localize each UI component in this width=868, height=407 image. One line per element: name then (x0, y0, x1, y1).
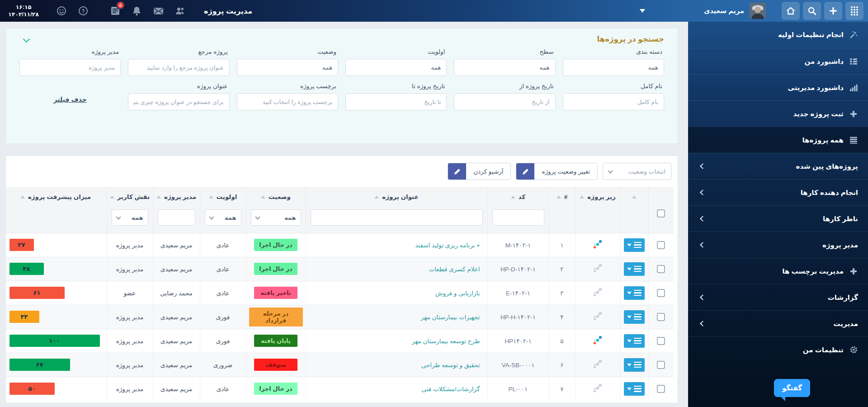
col-header-num[interactable]: # (549, 187, 575, 207)
collapse-chevron-icon[interactable] (23, 36, 30, 43)
row-checkbox[interactable] (657, 361, 665, 369)
change-status-button[interactable]: تغییر وضعیت پروژه (516, 163, 598, 180)
filter-input-پروژه مرجع[interactable] (128, 59, 229, 76)
search-button[interactable] (803, 2, 821, 20)
sidebar-item-10[interactable]: گزارشات (688, 284, 868, 310)
help-icon[interactable]: ? (77, 5, 89, 17)
col-header-priority[interactable]: اولویت (200, 187, 246, 207)
sub-project-icon[interactable] (593, 244, 603, 251)
mail-icon[interactable] (153, 5, 165, 17)
column-filter-input[interactable] (492, 209, 544, 226)
row-checkbox[interactable] (657, 289, 665, 297)
clear-filter-link[interactable]: حذف فیلتر (54, 96, 87, 103)
row-checkbox[interactable] (657, 241, 665, 249)
sidebar-item-2[interactable]: داشبورد مدیریتی (688, 74, 868, 100)
sub-project-icon[interactable] (593, 340, 603, 346)
smiley-icon[interactable] (56, 5, 67, 17)
sub-project-icon[interactable] (593, 364, 603, 370)
row-checkbox[interactable] (657, 265, 665, 273)
chevron-down-icon[interactable] (640, 9, 645, 13)
row-actions-button[interactable] (624, 262, 645, 276)
row-actions-button[interactable] (624, 382, 645, 396)
filter-select-دسته بندی[interactable]: همه (563, 59, 664, 76)
sidebar-item-5[interactable]: پروژه‌های پین شده (688, 153, 868, 179)
bell-icon[interactable] (131, 5, 143, 17)
col-header-manager[interactable]: مدیر پروژه (153, 187, 200, 207)
users-icon[interactable] (175, 5, 186, 17)
filter-select-اولویت[interactable]: همه (345, 59, 447, 76)
chat-button[interactable]: گفتگو (774, 379, 810, 397)
filter-input-نام کامل[interactable] (563, 93, 664, 110)
col-header-role[interactable]: نقش کاربر (107, 187, 153, 207)
sub-project-icon[interactable] (593, 292, 603, 298)
project-title-link[interactable]: اعلام کسری قطعات (429, 266, 480, 273)
project-title-link[interactable]: ٭ برنامه ریزی تولید اسفند (415, 242, 480, 249)
filter-input-تاریخ پروژه از[interactable] (454, 93, 555, 110)
row-actions-button[interactable] (624, 238, 645, 252)
cell-manager: مریم سعیدی (153, 377, 200, 401)
col-header-title[interactable]: عنوان پروژه (306, 187, 487, 207)
col-filter-title[interactable] (306, 207, 487, 233)
home-button[interactable] (782, 2, 800, 20)
column-filter-select[interactable]: همه (112, 209, 148, 226)
col-header-sub[interactable]: زیر پروژه (575, 187, 620, 207)
select-all-checkbox[interactable] (657, 209, 665, 218)
column-filter-select[interactable]: همه (205, 209, 241, 226)
sub-project-icon[interactable] (593, 388, 603, 394)
col-filter-role[interactable]: همه (107, 207, 153, 233)
row-actions-button[interactable] (624, 358, 645, 372)
row2-label-2: تاریخ پروژه تا (345, 82, 445, 90)
filter-input-عنوان پروژه[interactable] (128, 93, 229, 110)
sidebar-item-8[interactable]: مدیر پروژه (688, 232, 868, 258)
col-filter-checkbox[interactable] (648, 207, 674, 233)
row-actions-button[interactable] (624, 286, 645, 300)
menu-icon (634, 290, 642, 296)
col-header-progress[interactable]: میزان پیشرفت پروژه (5, 187, 107, 207)
sidebar-item-11[interactable]: مدیریت (688, 310, 868, 336)
filter-select-سطح[interactable]: همه (454, 59, 555, 76)
col-header-actions[interactable] (620, 187, 648, 207)
filter-input-مدیر پروژه[interactable] (19, 59, 121, 76)
sidebar-item-1[interactable]: داشبورد من (688, 48, 868, 74)
project-title-link[interactable]: تحقیق و توسعه طراحی (421, 362, 480, 369)
col-header-status[interactable]: وضعیت (246, 187, 306, 207)
add-button[interactable] (824, 2, 842, 20)
column-filter-select[interactable]: همه (251, 209, 301, 226)
sidebar-item-0[interactable]: انجام تنظیمات اولیه (688, 22, 868, 48)
column-filter-input[interactable] (311, 209, 483, 226)
col-filter-status[interactable]: همه (246, 207, 306, 233)
sidebar-item-4[interactable]: همه پروژه‌ها (688, 127, 868, 153)
sidebar-item-9[interactable]: مدیریت برچسب ها (688, 258, 868, 284)
filter-input-برچسب پروژه[interactable] (237, 93, 338, 110)
apps-grid-button[interactable] (845, 2, 863, 20)
project-title-link[interactable]: گزارشات/مشکلات فنی (421, 386, 480, 393)
col-header-code[interactable]: کد (487, 187, 549, 207)
select-status-dropdown[interactable]: انتخاب وضعیت (603, 163, 671, 180)
sidebar-item-3[interactable]: ثبت پروژه جدید (688, 100, 868, 127)
cell-status: در مرحله قرارداد (246, 305, 306, 329)
row-checkbox[interactable] (657, 313, 665, 321)
row-actions-button[interactable] (624, 334, 645, 348)
filter-select-وضعیت[interactable]: همه (237, 59, 338, 76)
project-title-link[interactable]: طرح توسعه بیمارستان مهر (412, 338, 480, 345)
project-title-link[interactable]: بازاریابی و فروش (435, 290, 480, 297)
col-filter-manager[interactable] (153, 207, 200, 233)
col-filter-code[interactable] (487, 207, 549, 233)
sidebar-item-6[interactable]: انجام دهنده کارها (688, 179, 868, 205)
col-filter-priority[interactable]: همه (200, 207, 246, 233)
row-checkbox[interactable] (657, 337, 665, 345)
user-name[interactable]: مریم سعیدی (704, 7, 744, 14)
filter-input-تاریخ پروژه تا[interactable] (345, 93, 447, 110)
archive-button[interactable]: آرشیو کردن (448, 163, 511, 180)
table-row: ۷PL-۰۰۱گزارشات/مشکلات فنیدر حال اجراعادی… (5, 377, 674, 401)
row-checkbox[interactable] (657, 385, 665, 393)
project-title-link[interactable]: تجهیزات بیمارستان مهر (421, 314, 480, 321)
row-actions-button[interactable] (624, 310, 645, 324)
column-filter-input[interactable] (158, 209, 195, 226)
news-icon[interactable]: ۵ (109, 5, 121, 17)
sidebar-item-7[interactable]: ناظر کارها (688, 205, 868, 232)
sub-project-icon[interactable] (593, 316, 603, 322)
sub-project-icon[interactable] (593, 268, 603, 274)
avatar[interactable] (750, 3, 766, 19)
sidebar-item-12[interactable]: تنظیمات من (688, 336, 868, 363)
